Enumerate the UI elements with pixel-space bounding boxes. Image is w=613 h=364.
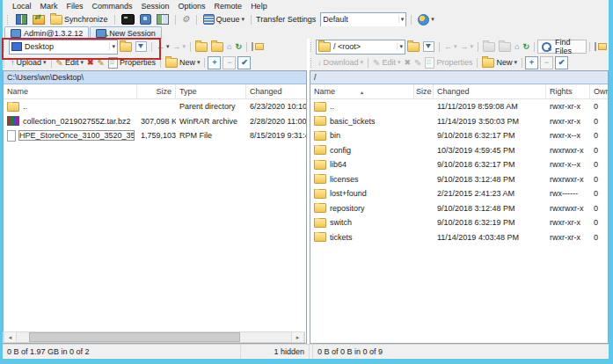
- column-header-changed[interactable]: Changed: [246, 84, 306, 98]
- chevron-down-icon: ▾: [431, 16, 434, 23]
- left-forward-button[interactable]: →▾: [171, 42, 188, 51]
- right-delete-button[interactable]: ✖: [402, 58, 412, 67]
- session-tab-active[interactable]: Admin@1.3.2.12: [4, 26, 89, 39]
- right-edit-button[interactable]: ✎ Edit ▾: [371, 58, 402, 68]
- right-open-directory-button[interactable]: [405, 42, 421, 52]
- column-header-name[interactable]: Name▲: [310, 84, 414, 98]
- right-back-button[interactable]: ←▾: [442, 42, 459, 51]
- right-invert-selection-button[interactable]: ✔: [555, 56, 568, 69]
- right-filter-button[interactable]: [421, 41, 436, 52]
- file-name: lib64: [330, 160, 347, 169]
- panel-layout-button[interactable]: [155, 14, 171, 25]
- column-header-owner[interactable]: Owner: [590, 84, 608, 98]
- scrollbar-track[interactable]: [17, 332, 291, 342]
- right-forward-button[interactable]: →▾: [459, 42, 476, 51]
- file-row[interactable]: switch 9/10/2018 6:32:19 PM rwxr-xr-x 0: [310, 215, 608, 230]
- file-owner-cell: 0: [590, 204, 608, 213]
- panels-icon: [157, 14, 169, 25]
- file-type-cell: RPM File: [176, 131, 246, 140]
- file-row[interactable]: lost+found 2/21/2015 2:41:23 AM rwx-----…: [310, 186, 608, 201]
- left-parent-directory-button[interactable]: [193, 42, 209, 52]
- find-files-button[interactable]: Find Files: [537, 40, 587, 54]
- left-select-add-button[interactable]: +: [208, 56, 221, 69]
- preferences-button[interactable]: ⚙: [180, 15, 192, 24]
- right-file-list: .. 11/11/2019 8:59:08 AM rwxr-xr-x 0 bas…: [310, 99, 608, 244]
- file-row[interactable]: lib64 9/10/2018 6:32:17 PM rwxr-x--x 0: [310, 157, 608, 172]
- folder-icon: [314, 232, 326, 242]
- left-horizontal-scrollbar[interactable]: ◂ ▸: [3, 331, 305, 343]
- transfer-options-button[interactable]: ▾: [416, 14, 436, 25]
- right-home-button[interactable]: ⌂: [513, 42, 521, 51]
- download-label: Download: [324, 58, 359, 67]
- left-path-bar[interactable]: C:\Users\wn\Desktop\: [4, 71, 306, 84]
- right-select-add-button[interactable]: +: [525, 56, 538, 69]
- column-header-size[interactable]: Size: [137, 84, 176, 98]
- right-refresh-button[interactable]: ↻: [521, 42, 531, 51]
- file-row[interactable]: licenses 9/10/2018 3:12:48 PM rwxrwxr-x …: [310, 172, 608, 187]
- download-button[interactable]: ↓ Download ▾: [316, 58, 365, 67]
- file-row[interactable]: repository 9/10/2018 3:12:48 PM rwxrwxr-…: [310, 201, 608, 216]
- right-parent-directory-button[interactable]: [481, 42, 497, 52]
- file-row[interactable]: .. Parent directory 6/23/2020 10:10:26: [4, 99, 306, 114]
- right-rename-button[interactable]: ✎: [412, 58, 423, 68]
- synchronize-browsing-button[interactable]: [31, 15, 47, 25]
- right-new-button[interactable]: New ▾: [480, 58, 519, 68]
- queue-button[interactable]: Queue ▾: [201, 14, 247, 25]
- menu-item[interactable]: Options: [174, 2, 210, 11]
- column-header-rights[interactable]: Rights: [546, 84, 590, 98]
- right-tree-button[interactable]: [593, 42, 609, 51]
- right-select-remove-button[interactable]: −: [540, 56, 553, 69]
- right-properties-button[interactable]: Properties: [423, 57, 474, 69]
- right-path-bar[interactable]: /: [310, 71, 608, 84]
- file-name: config: [330, 146, 351, 155]
- left-refresh-button[interactable]: ↻: [233, 42, 244, 51]
- menu-item[interactable]: Local: [8, 2, 36, 11]
- file-row[interactable]: config 10/3/2019 4:59:45 PM rwxrwxr-x 0: [310, 143, 608, 158]
- new-session-grid-button[interactable]: [14, 14, 29, 25]
- left-root-directory-button[interactable]: [209, 42, 225, 52]
- new-session-tab[interactable]: New Session: [90, 26, 162, 39]
- file-row[interactable]: tickets 11/14/2019 4:03:48 PM rwxr-xr-x …: [310, 230, 608, 245]
- file-row[interactable]: HPE_StoreOnce_3100_3520_3540_510... 1,75…: [4, 128, 306, 143]
- chevron-down-icon: ▾: [514, 59, 517, 66]
- filter-icon: [423, 41, 434, 52]
- back-arrow-icon: ←: [444, 42, 452, 51]
- menu-item[interactable]: Files: [62, 2, 88, 11]
- synchronize-button[interactable]: Synchronize: [48, 15, 110, 25]
- file-name: tickets: [330, 233, 353, 242]
- column-header-type[interactable]: Type: [176, 84, 246, 98]
- left-tree-button[interactable]: [250, 42, 266, 51]
- scrollbar-thumb[interactable]: [29, 332, 240, 342]
- menu-item[interactable]: Session: [137, 2, 174, 11]
- column-header-name[interactable]: Name: [4, 84, 137, 98]
- scroll-right-arrow[interactable]: ▸: [291, 331, 304, 343]
- left-invert-selection-button[interactable]: ✔: [237, 56, 251, 69]
- left-new-button[interactable]: New ▾: [164, 58, 202, 68]
- right-root-directory-button[interactable]: [497, 42, 513, 52]
- column-header-name-label: Name: [314, 87, 335, 96]
- right-panel-toolbar: / <root> ▾ ←▾ →▾ ⌂ ↻ Find Files: [310, 39, 609, 55]
- file-rights-cell: rwxr-xr-x: [546, 233, 590, 242]
- file-type-cell: Parent directory: [176, 102, 246, 111]
- menu-item[interactable]: Mark: [36, 2, 62, 11]
- transfer-settings-dropdown[interactable]: Default ▾: [320, 12, 406, 27]
- left-home-button[interactable]: ⌂: [225, 42, 233, 51]
- column-header-size[interactable]: Size: [414, 84, 434, 98]
- chevron-down-icon: ▾: [398, 59, 401, 66]
- menu-item[interactable]: Help: [246, 2, 272, 11]
- transfer-settings-label: Transfer Settings: [256, 15, 316, 24]
- menu-item[interactable]: Commands: [88, 2, 137, 11]
- chevron-down-icon: ▾: [166, 43, 170, 50]
- left-select-remove-button[interactable]: −: [223, 56, 236, 69]
- menu-item[interactable]: Remote: [210, 2, 247, 11]
- open-putty-button[interactable]: [138, 14, 153, 25]
- column-header-changed[interactable]: Changed: [434, 84, 546, 98]
- file-row[interactable]: .. 11/11/2019 8:59:08 AM rwxr-xr-x 0: [310, 99, 608, 114]
- open-terminal-button[interactable]: [120, 14, 136, 25]
- file-row[interactable]: basic_tickets 11/14/2019 3:50:03 PM rwxr…: [310, 114, 608, 129]
- file-row[interactable]: bin 9/10/2018 6:32:17 PM rwxr-x--x 0: [310, 128, 608, 143]
- file-row[interactable]: collection_021902755Z.tar.bz2 307,098 KB…: [4, 114, 306, 129]
- right-drive-dropdown[interactable]: / <root> ▾: [316, 40, 405, 55]
- new-label: New: [496, 58, 512, 67]
- scroll-left-arrow[interactable]: ◂: [4, 331, 17, 343]
